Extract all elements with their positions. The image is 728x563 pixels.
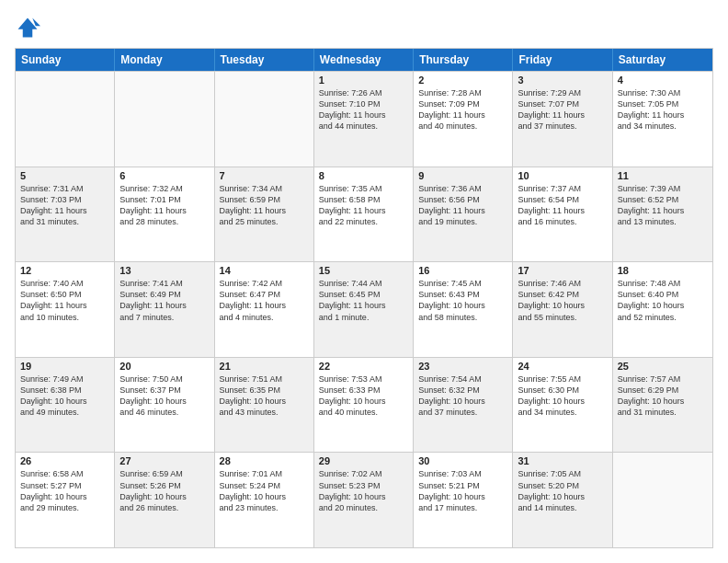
day-number: 22 xyxy=(319,361,408,372)
cell-line: Daylight: 11 hours xyxy=(20,300,109,311)
cal-cell-21: 21Sunrise: 7:51 AMSunset: 6:35 PMDayligh… xyxy=(215,358,314,453)
day-number: 24 xyxy=(518,361,607,372)
cal-header-sunday: Sunday xyxy=(16,49,115,71)
cell-line: Daylight: 10 hours xyxy=(418,491,507,502)
cal-cell-12: 12Sunrise: 7:40 AMSunset: 6:50 PMDayligh… xyxy=(16,262,115,357)
cal-cell-17: 17Sunrise: 7:46 AMSunset: 6:42 PMDayligh… xyxy=(513,262,612,357)
cell-line: Sunrise: 7:26 AM xyxy=(319,87,408,98)
cell-line: Sunset: 6:56 PM xyxy=(418,194,507,205)
cell-line: Sunrise: 7:54 AM xyxy=(418,373,507,385)
day-number: 21 xyxy=(220,361,309,372)
cell-line: Sunset: 7:05 PM xyxy=(618,98,708,109)
cell-line: and 55 minutes. xyxy=(518,312,607,323)
cell-line: Daylight: 11 hours xyxy=(319,300,408,311)
cal-cell-3: 3Sunrise: 7:29 AMSunset: 7:07 PMDaylight… xyxy=(513,72,612,167)
cell-line: Sunrise: 7:49 AM xyxy=(20,373,109,385)
cell-line: Daylight: 10 hours xyxy=(618,396,708,407)
cal-row-2: 12Sunrise: 7:40 AMSunset: 6:50 PMDayligh… xyxy=(16,261,712,357)
cell-line: Daylight: 11 hours xyxy=(518,109,607,121)
day-number: 26 xyxy=(20,455,109,466)
cell-line: and 34 minutes. xyxy=(618,121,708,132)
day-number: 2 xyxy=(418,75,507,86)
day-number: 15 xyxy=(319,265,408,276)
cell-line: Daylight: 10 hours xyxy=(518,300,607,311)
cell-line: Daylight: 10 hours xyxy=(220,396,309,407)
cell-line: and 25 minutes. xyxy=(220,216,309,227)
cal-row-1: 5Sunrise: 7:31 AMSunset: 7:03 PMDaylight… xyxy=(16,167,712,262)
cell-line: Daylight: 11 hours xyxy=(220,300,309,311)
cell-line: Sunset: 6:32 PM xyxy=(418,385,507,396)
calendar-body: 1Sunrise: 7:26 AMSunset: 7:10 PMDaylight… xyxy=(16,71,712,547)
day-number: 16 xyxy=(418,265,507,276)
cell-line: Sunset: 6:33 PM xyxy=(319,385,408,396)
cell-line: Sunrise: 6:59 AM xyxy=(119,468,209,479)
cal-header-tuesday: Tuesday xyxy=(215,49,314,71)
cell-line: and 7 minutes. xyxy=(119,312,209,323)
cal-cell-30: 30Sunrise: 7:03 AMSunset: 5:21 PMDayligh… xyxy=(414,453,513,547)
cell-line: Sunrise: 7:34 AM xyxy=(220,183,309,194)
cell-line: and 37 minutes. xyxy=(518,121,607,132)
svg-marker-1 xyxy=(32,18,40,27)
cal-cell-20: 20Sunrise: 7:50 AMSunset: 6:37 PMDayligh… xyxy=(115,358,214,453)
cal-cell-empty xyxy=(613,453,712,547)
cell-line: Sunrise: 7:31 AM xyxy=(20,183,109,194)
cell-line: Sunset: 6:54 PM xyxy=(518,194,607,205)
cell-line: Daylight: 10 hours xyxy=(518,491,607,502)
cal-cell-2: 2Sunrise: 7:28 AMSunset: 7:09 PMDaylight… xyxy=(414,72,513,167)
day-number: 4 xyxy=(618,75,708,86)
logo xyxy=(15,15,44,40)
cell-line: Sunset: 6:42 PM xyxy=(518,289,607,300)
cell-line: Daylight: 11 hours xyxy=(220,205,309,216)
cell-line: and 40 minutes. xyxy=(418,121,507,132)
cell-line: Sunset: 6:58 PM xyxy=(319,194,408,205)
day-number: 12 xyxy=(20,265,109,276)
cal-cell-31: 31Sunrise: 7:05 AMSunset: 5:20 PMDayligh… xyxy=(513,453,612,547)
cell-line: Sunset: 6:47 PM xyxy=(220,289,309,300)
cal-cell-24: 24Sunrise: 7:55 AMSunset: 6:30 PMDayligh… xyxy=(513,358,612,453)
cal-cell-9: 9Sunrise: 7:36 AMSunset: 6:56 PMDaylight… xyxy=(414,167,513,262)
cell-line: Daylight: 11 hours xyxy=(618,205,708,216)
cell-line: and 10 minutes. xyxy=(20,312,109,323)
cell-line: Daylight: 11 hours xyxy=(319,109,408,121)
cell-line: Sunset: 6:40 PM xyxy=(618,289,708,300)
cell-line: and 16 minutes. xyxy=(518,216,607,227)
cell-line: and 28 minutes. xyxy=(119,216,209,227)
cell-line: Sunrise: 7:39 AM xyxy=(618,183,708,194)
cell-line: Sunset: 6:49 PM xyxy=(119,289,209,300)
cal-cell-15: 15Sunrise: 7:44 AMSunset: 6:45 PMDayligh… xyxy=(314,262,414,357)
cal-cell-29: 29Sunrise: 7:02 AMSunset: 5:23 PMDayligh… xyxy=(314,453,414,547)
cell-line: and 22 minutes. xyxy=(319,216,408,227)
cell-line: Sunrise: 7:37 AM xyxy=(518,183,607,194)
day-number: 23 xyxy=(418,361,507,372)
day-number: 30 xyxy=(418,455,507,466)
cell-line: Daylight: 11 hours xyxy=(518,205,607,216)
cell-line: Daylight: 11 hours xyxy=(20,205,109,216)
calendar-header: SundayMondayTuesdayWednesdayThursdayFrid… xyxy=(16,49,712,71)
day-number: 19 xyxy=(20,361,109,372)
cell-line: Sunset: 5:26 PM xyxy=(119,480,209,491)
day-number: 8 xyxy=(319,170,408,181)
cal-cell-10: 10Sunrise: 7:37 AMSunset: 6:54 PMDayligh… xyxy=(513,167,612,262)
cal-cell-empty xyxy=(115,72,214,167)
cell-line: Sunset: 5:23 PM xyxy=(319,480,408,491)
cell-line: Sunrise: 7:51 AM xyxy=(220,373,309,385)
cell-line: Daylight: 10 hours xyxy=(119,491,209,502)
cell-line: Sunset: 6:45 PM xyxy=(319,289,408,300)
day-number: 1 xyxy=(319,75,408,86)
cell-line: and 58 minutes. xyxy=(418,312,507,323)
day-number: 6 xyxy=(119,170,209,181)
cell-line: Sunrise: 7:28 AM xyxy=(418,87,507,98)
cell-line: Daylight: 11 hours xyxy=(119,205,209,216)
cell-line: Daylight: 10 hours xyxy=(618,300,708,311)
day-number: 7 xyxy=(220,170,309,181)
day-number: 20 xyxy=(119,361,209,372)
cell-line: Sunrise: 7:48 AM xyxy=(618,278,708,289)
cell-line: and 14 minutes. xyxy=(518,502,607,513)
cal-cell-28: 28Sunrise: 7:01 AMSunset: 5:24 PMDayligh… xyxy=(215,453,314,547)
day-number: 11 xyxy=(618,170,708,181)
day-number: 5 xyxy=(20,170,109,181)
cal-cell-25: 25Sunrise: 7:57 AMSunset: 6:29 PMDayligh… xyxy=(613,358,712,453)
cell-line: Sunset: 6:38 PM xyxy=(20,385,109,396)
cal-row-4: 26Sunrise: 6:58 AMSunset: 5:27 PMDayligh… xyxy=(16,452,712,547)
cell-line: Sunset: 7:03 PM xyxy=(20,194,109,205)
